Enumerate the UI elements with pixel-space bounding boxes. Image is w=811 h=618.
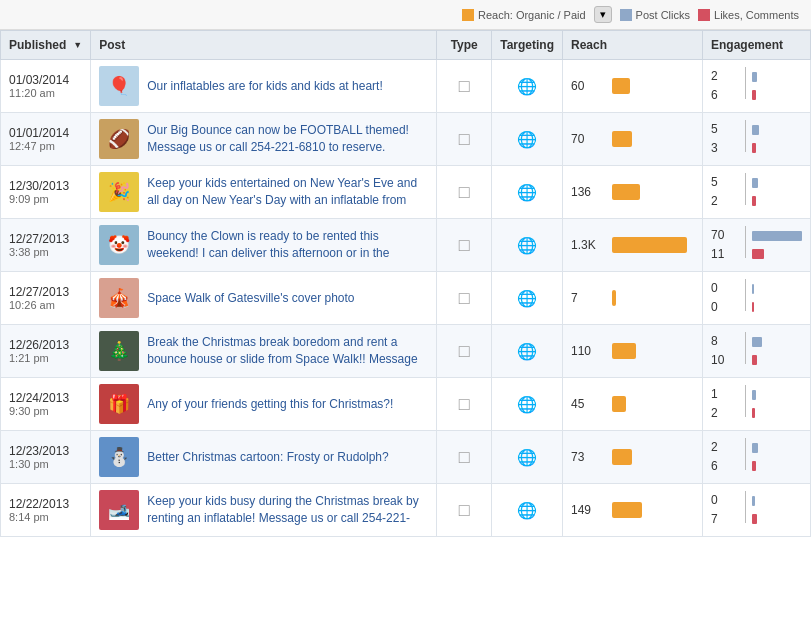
cell-post: 🎉 Keep your kids entertained on New Year…: [91, 166, 437, 219]
clicks-bar-row: [752, 387, 756, 403]
type-icon: □: [459, 341, 470, 361]
post-link[interactable]: Bouncy the Clown is ready to be rented t…: [147, 228, 428, 262]
reach-bar: [612, 343, 636, 359]
post-link[interactable]: Keep your kids busy during the Christmas…: [147, 493, 428, 527]
reach-bar-container: [612, 341, 694, 361]
cell-engagement: 2 6: [703, 431, 811, 484]
cell-published: 12/26/2013 1:21 pm: [1, 325, 91, 378]
cell-post: 🎈 Our inflatables are for kids and kids …: [91, 60, 437, 113]
clicks-bar: [752, 72, 757, 82]
engagement-numbers: 1 2: [711, 385, 739, 423]
cell-post: 🎿 Keep your kids busy during the Christm…: [91, 484, 437, 537]
engagement-bars: [752, 175, 758, 209]
engagement-bottom: 2: [711, 192, 739, 211]
cell-type: □: [437, 113, 492, 166]
engagement-divider: [745, 226, 746, 258]
post-thumbnail: 🏈: [99, 119, 139, 159]
engagement-bars: [752, 281, 754, 315]
clicks-bar-row: [752, 334, 762, 350]
engagement-divider: [745, 332, 746, 364]
th-published[interactable]: Published ▼: [1, 31, 91, 60]
likes-bar: [752, 514, 757, 524]
cell-post: 🎄 Break the Christmas break boredom and …: [91, 325, 437, 378]
th-type[interactable]: Type: [437, 31, 492, 60]
cell-engagement: 0 0: [703, 272, 811, 325]
post-link[interactable]: Break the Christmas break boredom and re…: [147, 334, 428, 368]
targeting-icon: 🌐: [517, 449, 537, 466]
engagement-bars: [752, 387, 756, 421]
published-date: 01/03/2014: [9, 73, 82, 87]
table-row: 12/22/2013 8:14 pm 🎿 Keep your kids busy…: [1, 484, 811, 537]
post-thumbnail: ⛄: [99, 437, 139, 477]
post-link[interactable]: Any of your friends getting this for Chr…: [147, 396, 393, 413]
reach-bar: [612, 131, 632, 147]
cell-post: 🎪 Space Walk of Gatesville's cover photo: [91, 272, 437, 325]
post-thumbnail: 🎿: [99, 490, 139, 530]
cell-targeting: 🌐: [492, 272, 563, 325]
th-post[interactable]: Post: [91, 31, 437, 60]
post-link[interactable]: Better Christmas cartoon: Frosty or Rudo…: [147, 449, 388, 466]
engagement-bottom: 2: [711, 404, 739, 423]
cell-targeting: 🌐: [492, 60, 563, 113]
engagement-divider: [745, 173, 746, 205]
clicks-bar: [752, 125, 759, 135]
cell-post: 🏈 Our Big Bounce can now be FOOTBALL the…: [91, 113, 437, 166]
reach-bar-container: [612, 76, 694, 96]
cell-targeting: 🌐: [492, 219, 563, 272]
type-icon: □: [459, 447, 470, 467]
th-engagement[interactable]: Engagement: [703, 31, 811, 60]
cell-published: 12/23/2013 1:30 pm: [1, 431, 91, 484]
post-thumbnail: 🎈: [99, 66, 139, 106]
post-link[interactable]: Space Walk of Gatesville's cover photo: [147, 290, 354, 307]
table-row: 12/27/2013 10:26 am 🎪 Space Walk of Gate…: [1, 272, 811, 325]
reach-bar: [612, 237, 687, 253]
engagement-divider: [745, 120, 746, 152]
clicks-bar-row: [752, 175, 758, 191]
cell-type: □: [437, 272, 492, 325]
clicks-bar-row: [752, 228, 802, 244]
cell-reach: 73: [563, 431, 703, 484]
published-sort-icon: ▼: [73, 40, 82, 50]
legend-likes: Likes, Comments: [698, 9, 799, 21]
published-date: 12/30/2013: [9, 179, 82, 193]
published-date: 12/27/2013: [9, 285, 82, 299]
cell-published: 12/22/2013 8:14 pm: [1, 484, 91, 537]
table-row: 12/27/2013 3:38 pm 🤡 Bouncy the Clown is…: [1, 219, 811, 272]
post-link[interactable]: Our inflatables are for kids and kids at…: [147, 78, 382, 95]
table-row: 12/24/2013 9:30 pm 🎁 Any of your friends…: [1, 378, 811, 431]
targeting-icon: 🌐: [517, 78, 537, 95]
engagement-top: 5: [711, 120, 739, 139]
type-icon: □: [459, 500, 470, 520]
reach-value: 110: [571, 344, 606, 358]
th-reach[interactable]: Reach: [563, 31, 703, 60]
reach-value: 45: [571, 397, 606, 411]
published-date: 12/26/2013: [9, 338, 82, 352]
engagement-numbers: 0 7: [711, 491, 739, 529]
cell-published: 12/27/2013 3:38 pm: [1, 219, 91, 272]
post-link[interactable]: Keep your kids entertained on New Year's…: [147, 175, 428, 209]
legend-dropdown-button[interactable]: ▾: [594, 6, 612, 23]
clicks-bar-row: [752, 493, 757, 509]
likes-bar: [752, 408, 755, 418]
clicks-bar: [752, 178, 758, 188]
th-targeting[interactable]: Targeting: [492, 31, 563, 60]
post-link[interactable]: Our Big Bounce can now be FOOTBALL theme…: [147, 122, 428, 156]
likes-bar-row: [752, 246, 802, 262]
reach-value: 60: [571, 79, 606, 93]
engagement-bottom: 3: [711, 139, 739, 158]
cell-published: 12/24/2013 9:30 pm: [1, 378, 91, 431]
engagement-numbers: 2 6: [711, 67, 739, 105]
post-thumbnail: 🎉: [99, 172, 139, 212]
cell-engagement: 5 3: [703, 113, 811, 166]
cell-published: 12/30/2013 9:09 pm: [1, 166, 91, 219]
cell-published: 12/27/2013 10:26 am: [1, 272, 91, 325]
engagement-divider: [745, 385, 746, 417]
engagement-numbers: 70 11: [711, 226, 739, 264]
published-time: 1:30 pm: [9, 458, 82, 470]
table-row: 01/03/2014 11:20 am 🎈 Our inflatables ar…: [1, 60, 811, 113]
table-row: 12/30/2013 9:09 pm 🎉 Keep your kids ente…: [1, 166, 811, 219]
published-date: 12/22/2013: [9, 497, 82, 511]
cell-type: □: [437, 60, 492, 113]
type-icon: □: [459, 235, 470, 255]
targeting-icon: 🌐: [517, 502, 537, 519]
